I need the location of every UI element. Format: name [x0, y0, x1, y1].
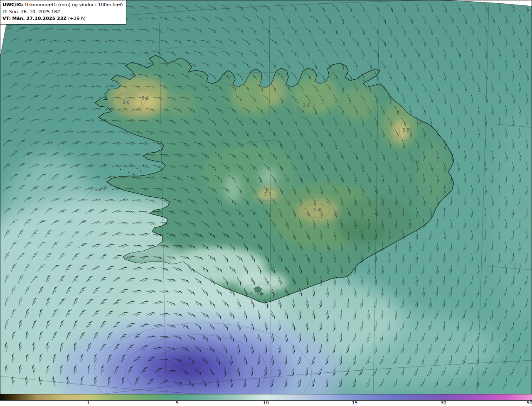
- colorbar-gradient: [0, 394, 532, 401]
- product-line: UWC/IG: Úrkomumætti (mm) og vindur i 100…: [2, 2, 123, 9]
- colorbar-tick-label: 1: [87, 400, 90, 406]
- valid-time-line: VT: Mán. 27.10.2025 23Z (+29 h): [2, 15, 123, 22]
- product-label: UWC/IG:: [2, 2, 24, 7]
- map-area: 4.66.26.96.43.63.66.73.57.57.05.23.93.46…: [0, 0, 532, 394]
- weather-map-screen: 4.66.26.96.43.63.66.73.57.57.05.23.93.46…: [0, 0, 532, 406]
- init-time-line: IT: Sun. 26. 10. 2025 18Z: [2, 9, 123, 16]
- info-box: UWC/IG: Úrkomumætti (mm) og vindur i 100…: [0, 0, 126, 24]
- weather-map-svg: [0, 0, 532, 394]
- init-value: Sun. 26. 10. 2025 18Z: [9, 9, 60, 15]
- colorbar-ticks: 1510153050: [0, 401, 532, 406]
- colorbar-tick-label: 30: [441, 400, 446, 406]
- valid-offset: (+29 h): [68, 16, 86, 21]
- colorbar-tick-label: 15: [352, 400, 358, 406]
- valid-label: VT:: [2, 16, 11, 21]
- init-label: IT:: [2, 9, 7, 15]
- colorbar-tick-label: 10: [263, 400, 269, 406]
- colorbar-tick-label: 5: [176, 400, 179, 406]
- colorbar: 1510153050: [0, 394, 532, 406]
- colorbar-tick-label: 50: [527, 400, 532, 406]
- valid-value: Mán. 27.10.2025 23Z: [12, 16, 66, 21]
- product-title: Úrkomumætti (mm) og vindur i 100m hæð: [25, 2, 123, 7]
